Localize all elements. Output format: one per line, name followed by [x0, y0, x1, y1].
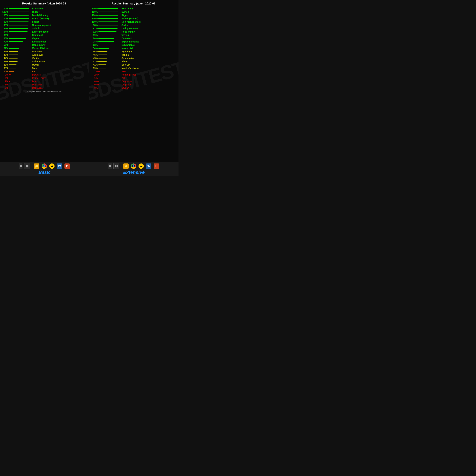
percentage-label: 46% [1, 53, 8, 56]
progress-bar [98, 78, 99, 78]
bar-container [98, 71, 120, 72]
ppt-icon-left[interactable]: P [64, 163, 70, 169]
list-item: 0%Degradee [91, 80, 177, 83]
task-view-icon-right[interactable] [113, 163, 119, 169]
progress-bar [9, 84, 9, 85]
bar-container [98, 78, 120, 78]
word-icon-right[interactable]: W [146, 163, 152, 169]
percentage-label: 98% [1, 27, 8, 30]
percentage-label: 100% [1, 7, 8, 10]
bar-container [9, 41, 30, 42]
list-item: 2%Primal (Prey) [91, 73, 177, 76]
bar-container [98, 48, 120, 49]
list-item: 46%Vanilla [91, 53, 177, 56]
bar-container [9, 78, 30, 78]
panel-title-right: Results Summary (taken 2020-03- [91, 2, 177, 5]
start-button-right[interactable] [108, 163, 112, 169]
bar-container [98, 21, 120, 22]
list-item: 97%Daddy/Mommy [91, 27, 177, 30]
main-container: BDSMTESTResults Summary (taken 2020-03-1… [0, 0, 178, 176]
taskbar-right: 📁 🌤 W P Extensive [89, 162, 179, 176]
ppt-icon-right[interactable]: P [153, 163, 159, 169]
list-item: 56%Rope bunny [1, 44, 88, 46]
trait-label: Master/Mistress [120, 67, 177, 69]
trait-label: Vanilla [31, 57, 88, 59]
list-item: 1%Degrader [1, 83, 88, 86]
percentage-label: 100% [91, 7, 98, 10]
progress-bar [98, 41, 114, 42]
bar-container [9, 51, 30, 52]
right-panel-label: Extensive [123, 170, 145, 175]
trait-label: Dominant [31, 34, 88, 36]
word-icon-left[interactable]: W [56, 163, 63, 169]
bar-container [9, 61, 30, 62]
bar-container [98, 8, 120, 9]
weather-icon-left[interactable]: 🌤 [49, 163, 55, 169]
trait-label: Primal (Hunter) [31, 17, 88, 20]
list-item: 70%Exhibitionist [1, 40, 88, 43]
trait-label: Primal (Hunter) [120, 17, 177, 20]
progress-bar [9, 28, 28, 29]
weather-icon-right[interactable]: 🌤 [138, 163, 144, 169]
chrome-icon-right[interactable] [131, 163, 136, 169]
progress-bar [98, 15, 118, 16]
files-icon-right[interactable]: 📁 [123, 163, 129, 169]
list-item: 98%Non-monogamist [1, 24, 88, 26]
bar-container [98, 68, 120, 68]
list-item: 100%Brat tamer [91, 7, 177, 10]
progress-bar [9, 78, 11, 78]
bar-container [9, 8, 30, 9]
trait-label: Slave [31, 67, 88, 69]
percentage-label: 25% [1, 70, 8, 73]
files-icon-left[interactable]: 📁 [34, 163, 40, 169]
progress-bar [9, 48, 19, 49]
progress-bar [98, 8, 118, 9]
percentage-label: 98% [91, 24, 98, 26]
bar-container [9, 31, 30, 32]
percentage-label: 89% [91, 34, 98, 36]
trait-label: Vanilla [120, 53, 177, 56]
progress-bar [9, 31, 28, 32]
progress-bar [9, 74, 11, 75]
percentage-label: 100% [91, 20, 98, 23]
panel-right: BDSMTESTResults Summary (taken 2020-03-1… [89, 0, 178, 162]
list-item: 7%Brat [91, 70, 177, 73]
trait-label: Pet [120, 77, 177, 79]
progress-bar [98, 12, 118, 12]
list-item: 98%Switch [1, 27, 88, 30]
trait-label: Rigger [120, 14, 177, 17]
percentage-label: 46% [91, 53, 98, 56]
bar-container [9, 18, 30, 19]
bar-container [9, 25, 30, 25]
list-item: 7%Brat [1, 80, 88, 83]
task-view-icon[interactable] [24, 163, 30, 169]
list-item: 99%Sadist [1, 20, 88, 23]
progress-bar [98, 38, 114, 39]
percentage-label: 0% [91, 87, 98, 89]
trait-label: Brat tamer [31, 7, 88, 10]
list-item: 86%Voyeur [1, 37, 88, 40]
progress-bar [98, 61, 107, 62]
trait-label: Daddy/Mommy [31, 14, 88, 17]
trait-label: Submissive [120, 57, 177, 59]
progress-bar [98, 81, 99, 82]
progress-bar [9, 18, 29, 19]
trait-label: Primal (Prey) [31, 77, 88, 79]
list-item: 46%Ageplayer [1, 53, 88, 56]
bar-container [9, 12, 30, 12]
svg-rect-0 [26, 165, 27, 166]
trait-label: Ageplayer [31, 53, 88, 56]
list-item: 45%Submissive [91, 57, 177, 59]
progress-bar [9, 8, 29, 9]
results-list-right: 100%Brat tamer100%Switch100%Rigger100%Pr… [91, 7, 177, 89]
start-button[interactable] [19, 163, 22, 169]
bar-container [9, 38, 30, 39]
list-item: 100%Primal (Hunter) [1, 17, 88, 20]
percentage-label: 7% [1, 80, 8, 83]
trait-label: Submissive [31, 60, 88, 63]
progress-bar [98, 84, 99, 85]
progress-bar [98, 48, 109, 49]
chrome-icon-left[interactable] [41, 163, 47, 169]
percentage-label: 98% [1, 24, 8, 26]
taskbar-left: 📁 🌤 W P Basic [0, 162, 89, 176]
